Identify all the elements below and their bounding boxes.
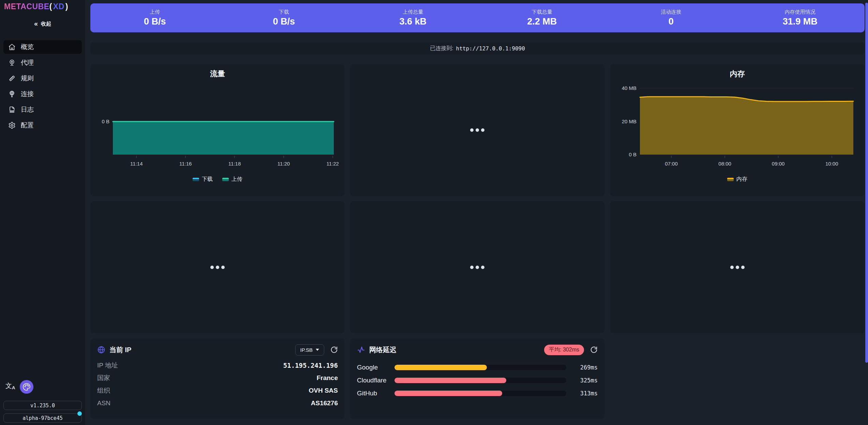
latency-bar-fill (394, 378, 506, 383)
average-latency-badge: 平均: 302ms (544, 345, 584, 355)
stat-download-total: 下载总量 2.2 MB (478, 3, 607, 32)
loading-dots (470, 128, 484, 132)
refresh-icon (590, 346, 598, 353)
latency-bar-fill (394, 365, 487, 370)
asn-row: ASN AS16276 (97, 397, 338, 409)
loading-dots (730, 266, 745, 269)
chevron-down-icon (316, 349, 319, 351)
latency-tests: Google 269ms Cloudflare 325ms GitHub 313… (357, 361, 598, 400)
sidebar: METACUBE(XD) « 收起 概览 代理 规则 连接 日志 配置 (0, 0, 85, 425)
organization-value: OVH SAS (309, 387, 338, 394)
refresh-latency-button[interactable] (590, 346, 598, 353)
memory-chart-legend: 内存 (610, 176, 865, 183)
sidebar-item-logs[interactable]: 日志 (3, 103, 82, 116)
file-text-icon (8, 106, 16, 113)
refresh-icon (330, 346, 338, 353)
sidebar-item-config[interactable]: 配置 (3, 119, 82, 132)
stat-download-speed: 下载 0 B/s (220, 3, 349, 32)
memory-chart-panel: 内存 40 MB20 MB0 B07:0008:0009:0010:00 内存 (610, 64, 865, 196)
backend-url: http://127.0.0.1:9090 (456, 45, 525, 52)
sidebar-item-connections[interactable]: 连接 (3, 87, 82, 101)
latency-value: 313ms (566, 390, 598, 397)
stat-upload-total: 上传总量 3.6 kB (348, 3, 478, 32)
traffic-chart-legend: 下载上传 (90, 176, 345, 183)
organization-row: 组织 OVH SAS (97, 384, 338, 397)
loading-panel (350, 201, 604, 333)
latency-row-github: GitHub 313ms (357, 387, 598, 400)
loading-panel (90, 201, 345, 333)
latency-value: 269ms (566, 364, 598, 371)
brand-text: METACUBE (4, 2, 49, 11)
stat-upload-speed: 上传 0 B/s (90, 3, 220, 32)
collapse-label: 收起 (41, 21, 51, 27)
ip-address-value: 51.195.241.196 (283, 362, 338, 369)
main-content: 上传 0 B/s 下载 0 B/s 上传总量 3.6 kB 下载总量 2.2 M… (85, 0, 868, 425)
latency-bar-track (394, 365, 566, 370)
app-logo[interactable]: METACUBE(XD) (4, 2, 68, 11)
brand-accent-text: XD (52, 2, 65, 11)
traffic-chart-panel: 流量 0 B11:1411:1611:1811:2011:22 下载上传 (90, 64, 345, 196)
latency-panel-title: 网络延迟 (369, 345, 396, 355)
globe-icon (8, 59, 16, 66)
globe-icon (97, 346, 105, 354)
country-value: France (317, 374, 338, 382)
connection-status-bar: 已连接到: http://127.0.0.1:9090 (90, 42, 865, 54)
collapse-sidebar-button[interactable]: « 收起 (0, 19, 85, 29)
sidebar-item-rules[interactable]: 规则 (3, 72, 82, 85)
country-row: 国家 France (97, 372, 338, 384)
ruler-icon (8, 75, 16, 82)
stat-memory-usage: 内存使用情况 31.9 MB (736, 3, 865, 32)
stat-active-connections: 活动连接 0 (607, 3, 736, 32)
loading-panel (350, 64, 604, 196)
ip-provider-dropdown[interactable]: IP.SB (295, 344, 324, 356)
ip-address-row: IP 地址 51.195.241.196 (97, 359, 338, 372)
latency-row-cloudflare: Cloudflare 325ms (357, 374, 598, 387)
legend-item[interactable]: 内存 (727, 176, 747, 183)
network-globe-icon (8, 90, 16, 98)
release-version-button[interactable]: v1.235.0 (3, 401, 82, 410)
asn-value: AS16276 (311, 399, 338, 407)
gear-icon (8, 122, 16, 129)
ip-details: IP 地址 51.195.241.196 国家 France 组织 OVH SA… (97, 359, 338, 409)
loading-dots (210, 266, 225, 269)
refresh-ip-button[interactable] (330, 346, 338, 353)
home-icon (8, 43, 16, 51)
vertical-scrollbar[interactable] (865, 3, 868, 363)
loading-panel (610, 201, 865, 333)
language-icon[interactable]: 文A (5, 381, 15, 390)
palette-icon (23, 383, 31, 391)
theme-palette-button[interactable] (20, 380, 33, 394)
legend-item[interactable]: 下载 (193, 176, 213, 183)
sidebar-item-proxies[interactable]: 代理 (3, 56, 82, 69)
latency-bar-track (394, 378, 566, 383)
latency-row-google: Google 269ms (357, 361, 598, 374)
sidebar-item-overview[interactable]: 概览 (3, 40, 82, 54)
network-latency-panel: 网络延迟 平均: 302ms Google 269ms Cloudflare 3… (350, 339, 604, 419)
sidebar-menu: 概览 代理 规则 连接 日志 配置 (3, 40, 82, 132)
update-indicator-dot (77, 411, 82, 416)
latency-bar-fill (394, 391, 502, 396)
latency-value: 325ms (566, 377, 598, 384)
pulse-icon (357, 346, 365, 354)
latency-bar-track (394, 391, 566, 396)
double-chevron-left-icon: « (34, 20, 38, 27)
current-ip-panel: 当前 IP IP.SB IP 地址 51.195.241.196 国家 Fran… (90, 339, 345, 419)
stats-header: 上传 0 B/s 下载 0 B/s 上传总量 3.6 kB 下载总量 2.2 M… (90, 3, 865, 32)
ip-panel-title: 当前 IP (109, 345, 131, 355)
loading-dots (470, 266, 484, 269)
core-version-button[interactable]: alpha-97bce45 (3, 413, 82, 423)
legend-item[interactable]: 上传 (222, 176, 242, 183)
